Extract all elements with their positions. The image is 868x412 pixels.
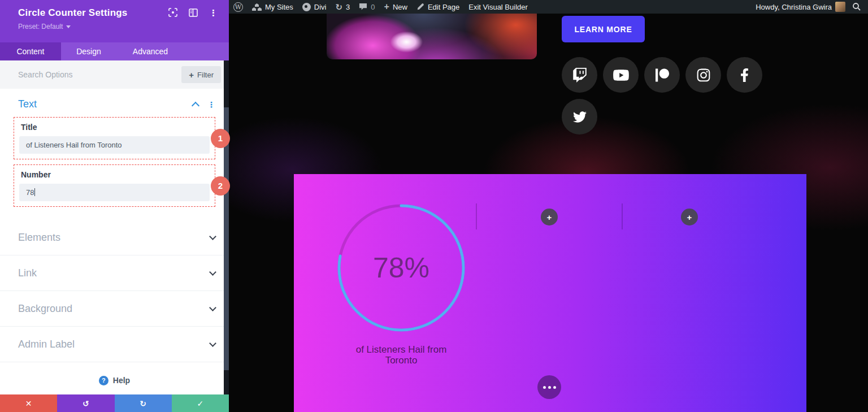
preset-label: Preset: Default: [18, 23, 63, 31]
number-field-label: Number: [21, 170, 210, 180]
add-module-button[interactable]: +: [681, 209, 698, 225]
social-icon-patreon[interactable]: [644, 57, 680, 93]
undo-button[interactable]: ↺: [57, 394, 114, 412]
twitter-icon: [572, 110, 587, 124]
chevron-up-icon[interactable]: [192, 101, 199, 109]
visual-builder-preview: LEARN MORE 78% of Listeners Hail from To…: [229, 14, 868, 412]
howdy-account-menu[interactable]: Howdy, Christina Gwira: [756, 3, 832, 11]
plus-icon: +: [189, 70, 194, 80]
counter-title: of Listeners Hail from Toronto: [345, 344, 458, 366]
avatar[interactable]: [835, 2, 845, 12]
circle-counter-section: 78% of Listeners Hail from Toronto + +: [294, 174, 806, 412]
chevron-down-icon: [209, 304, 216, 311]
help-label: Help: [113, 376, 130, 385]
twitch-icon: [572, 68, 587, 83]
edit-page-menu[interactable]: Edit Page: [412, 0, 464, 14]
social-icon-facebook[interactable]: [727, 57, 762, 93]
chevron-down-icon: [209, 233, 216, 240]
instagram-icon: [696, 68, 711, 83]
wp-admin-bar: W My Sites Divi ↻ 3 0 + New Edit Page Ex…: [229, 0, 868, 14]
pencil-icon: [416, 3, 424, 11]
redo-button[interactable]: ↻: [115, 394, 172, 412]
panel-header: Circle Counter Settings Preset: Default …: [0, 0, 229, 42]
filter-button-label: Filter: [197, 71, 214, 79]
discard-button[interactable]: ✕: [0, 394, 57, 412]
learn-more-button[interactable]: LEARN MORE: [562, 16, 645, 42]
circle-counter[interactable]: 78%: [336, 203, 466, 333]
section-elements[interactable]: Elements: [0, 220, 229, 255]
comments-count: 0: [371, 3, 375, 11]
title-field-label: Title: [21, 123, 210, 132]
filter-button[interactable]: + Filter: [181, 66, 221, 83]
new-content-menu[interactable]: + New: [380, 0, 412, 14]
question-icon: ?: [99, 376, 108, 385]
section-admin-label[interactable]: Admin Label: [0, 327, 229, 362]
title-field-group: Title of Listeners Hail from Toronto 1: [14, 117, 215, 159]
search-input[interactable]: Search Options: [18, 70, 73, 79]
annotation-badge-2: 2: [211, 176, 230, 196]
tab-advanced[interactable]: Advanced: [116, 42, 184, 60]
section-background[interactable]: Background: [0, 291, 229, 327]
hero-image: [327, 14, 537, 59]
text-cursor: [34, 188, 35, 196]
text-section-header[interactable]: Text ⋮: [0, 89, 229, 117]
wordpress-icon: W: [233, 2, 243, 12]
ellipsis-dot: [553, 386, 556, 389]
youtube-icon: [613, 68, 630, 83]
social-icon-instagram[interactable]: [685, 57, 721, 93]
column-divider: [476, 203, 477, 229]
panel-footer: ✕ ↺ ↻ ✓: [0, 394, 229, 412]
exit-visual-builder[interactable]: Exit Visual Builder: [464, 0, 532, 14]
ellipsis-dot: [548, 386, 551, 389]
ellipsis-dot: [543, 386, 546, 389]
section-options-button[interactable]: [537, 375, 561, 399]
redo-icon: ↻: [140, 399, 146, 408]
text-section-kebab-icon[interactable]: ⋮: [207, 101, 215, 109]
new-label: New: [393, 3, 407, 11]
social-icon-twitter[interactable]: [562, 99, 597, 135]
edit-page-label: Edit Page: [428, 3, 459, 11]
panel-scrollbar[interactable]: [224, 60, 229, 394]
my-sites-icon: [252, 3, 262, 11]
add-module-button[interactable]: +: [541, 209, 558, 225]
check-icon: ✓: [197, 399, 204, 408]
social-icon-twitch[interactable]: [562, 57, 597, 93]
tab-content[interactable]: Content: [0, 42, 61, 60]
help-link[interactable]: ? Help: [0, 366, 229, 394]
caret-down-icon: [66, 25, 71, 28]
comment-icon: [359, 3, 367, 11]
updates-icon: ↻: [336, 3, 343, 11]
my-sites-label: My Sites: [265, 3, 293, 11]
preset-selector[interactable]: Preset: Default: [18, 23, 219, 31]
settings-tabs: Content Design Advanced: [0, 42, 229, 60]
social-icon-youtube[interactable]: [603, 57, 639, 93]
title-field-input[interactable]: of Listeners Hail from Toronto: [19, 136, 210, 154]
facebook-icon: [740, 68, 749, 83]
patreon-icon: [656, 68, 669, 82]
search-options-bar: Search Options + Filter: [0, 60, 229, 89]
comments-menu[interactable]: 0: [354, 0, 379, 14]
search-button[interactable]: [852, 2, 861, 11]
number-field-group: Number 78 2: [14, 164, 215, 207]
chevron-down-icon: [209, 340, 216, 347]
wp-logo-menu[interactable]: W: [229, 0, 248, 14]
panel-options-kebab-icon[interactable]: ⋮: [209, 8, 218, 17]
divi-menu[interactable]: Divi: [298, 0, 331, 14]
tab-design[interactable]: Design: [61, 42, 116, 60]
updates-count: 3: [346, 3, 350, 11]
number-field-input[interactable]: 78: [19, 184, 210, 201]
chevron-down-icon: [209, 268, 216, 276]
updates-menu[interactable]: ↻ 3: [331, 0, 355, 14]
section-link[interactable]: Link: [0, 255, 229, 291]
annotation-badge-1: 1: [211, 129, 230, 148]
my-sites-menu[interactable]: My Sites: [248, 0, 298, 14]
search-icon: [852, 2, 861, 11]
collapsed-sections: Elements Link Background Admin Label: [0, 220, 229, 362]
save-button[interactable]: ✓: [172, 394, 229, 412]
zoom-focus-icon[interactable]: [168, 8, 177, 17]
plus-icon: +: [384, 2, 389, 11]
circle-counter-settings-panel: Circle Counter Settings Preset: Default …: [0, 0, 229, 412]
exit-visual-builder-label: Exit Visual Builder: [468, 3, 528, 11]
panel-layout-icon[interactable]: [189, 8, 198, 17]
divi-icon: [302, 3, 311, 11]
